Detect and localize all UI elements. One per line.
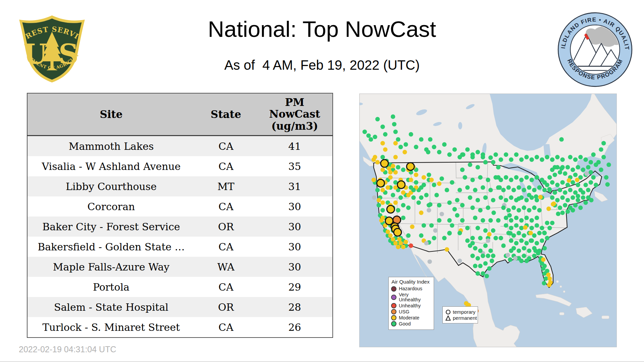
monitor-dot[interactable]: [599, 147, 603, 152]
monitor-dot[interactable]: [527, 193, 531, 197]
monitor-dot[interactable]: [601, 155, 606, 159]
monitor-dot[interactable]: [445, 247, 449, 252]
monitor-dot[interactable]: [486, 178, 490, 182]
monitor-dot[interactable]: [437, 218, 441, 223]
monitor-dot[interactable]: [404, 142, 408, 146]
monitor-dot[interactable]: [404, 240, 408, 244]
monitor-dot[interactable]: [447, 153, 451, 157]
monitor-dot[interactable]: [424, 193, 429, 197]
monitor-dot[interactable]: [519, 218, 524, 223]
monitor-dot[interactable]: [509, 195, 513, 200]
monitor-dot[interactable]: [391, 193, 395, 197]
monitor-dot[interactable]: [476, 150, 480, 154]
monitor-dot[interactable]: [576, 165, 580, 169]
monitor-dot[interactable]: [442, 236, 446, 240]
monitor-dot[interactable]: [563, 203, 567, 207]
monitor-dot[interactable]: [486, 254, 490, 258]
monitor-dot[interactable]: [583, 158, 588, 162]
monitor-dot[interactable]: [508, 257, 512, 262]
monitor-dot[interactable]: [401, 245, 406, 249]
monitor-dot[interactable]: [575, 178, 579, 182]
monitor-dot[interactable]: [509, 178, 513, 182]
monitor-dot[interactable]: [586, 188, 590, 192]
top-site-marker[interactable]: [397, 181, 405, 189]
monitor-dot[interactable]: [514, 153, 519, 157]
monitor-dot[interactable]: [391, 237, 395, 241]
monitor-dot[interactable]: [599, 168, 603, 172]
monitor-dot[interactable]: [591, 175, 595, 180]
monitor-dot[interactable]: [481, 218, 485, 223]
monitor-dot[interactable]: [540, 158, 544, 162]
monitor-dot[interactable]: [535, 241, 539, 245]
monitor-dot[interactable]: [517, 231, 521, 235]
monitor-dot[interactable]: [401, 190, 406, 195]
monitor-dot[interactable]: [563, 190, 567, 195]
monitor-dot[interactable]: [507, 213, 512, 218]
monitor-dot[interactable]: [447, 231, 451, 235]
monitor-dot[interactable]: [465, 238, 470, 243]
monitor-dot[interactable]: [470, 153, 475, 157]
monitor-dot[interactable]: [409, 132, 413, 136]
monitor-dot[interactable]: [386, 230, 390, 234]
monitor-dot[interactable]: [506, 185, 511, 190]
monitor-dot[interactable]: [542, 281, 546, 285]
monitor-dot[interactable]: [371, 178, 376, 182]
monitor-dot[interactable]: [522, 246, 526, 250]
monitor-dot[interactable]: [499, 158, 503, 162]
monitor-dot[interactable]: [513, 256, 518, 260]
monitor-dot[interactable]: [589, 198, 593, 202]
monitor-dot[interactable]: [509, 238, 513, 243]
monitor-dot[interactable]: [476, 256, 480, 260]
monitor-dot[interactable]: [532, 205, 536, 210]
monitor-dot[interactable]: [493, 236, 498, 240]
monitor-dot[interactable]: [391, 164, 395, 168]
monitor-dot[interactable]: [509, 158, 513, 162]
monitor-dot[interactable]: [514, 241, 519, 245]
monitor-dot[interactable]: [383, 132, 387, 136]
monitor-dot[interactable]: [427, 173, 431, 177]
monitor-dot[interactable]: [375, 117, 380, 121]
monitor-dot[interactable]: [551, 202, 555, 206]
monitor-dot[interactable]: [524, 259, 529, 263]
monitor-dot[interactable]: [517, 196, 521, 201]
monitor-dot[interactable]: [483, 243, 488, 248]
monitor-dot[interactable]: [578, 205, 583, 210]
monitor-dot[interactable]: [584, 171, 589, 176]
monitor-dot[interactable]: [550, 180, 554, 185]
monitor-dot[interactable]: [465, 226, 470, 230]
monitor-dot[interactable]: [501, 243, 505, 248]
monitor-dot[interactable]: [571, 180, 575, 185]
monitor-dot[interactable]: [419, 137, 423, 141]
monitor-dot[interactable]: [486, 238, 490, 243]
monitor-dot[interactable]: [476, 226, 480, 230]
monitor-dot[interactable]: [485, 274, 489, 278]
monitor-dot[interactable]: [527, 248, 531, 253]
monitor-dot[interactable]: [519, 178, 524, 182]
monitor-dot[interactable]: [509, 226, 513, 230]
monitor-dot[interactable]: [499, 236, 503, 240]
monitor-dot[interactable]: [402, 150, 407, 154]
monitor-dot[interactable]: [522, 233, 526, 238]
monitor-dot[interactable]: [530, 158, 534, 162]
monitor-dot[interactable]: [556, 212, 560, 216]
monitor-dot[interactable]: [429, 223, 434, 228]
monitor-dot[interactable]: [373, 135, 377, 139]
monitor-dot[interactable]: [506, 208, 511, 213]
monitor-dot[interactable]: [388, 170, 392, 174]
monitor-dot[interactable]: [414, 145, 418, 149]
monitor-dot[interactable]: [490, 259, 494, 263]
monitor-dot[interactable]: [486, 205, 490, 210]
monitor-dot[interactable]: [581, 190, 585, 195]
monitor-dot[interactable]: [411, 188, 416, 192]
monitor-dot[interactable]: [406, 205, 411, 210]
monitor-dot[interactable]: [522, 188, 526, 192]
monitor-dot[interactable]: [428, 202, 432, 206]
monitor-dot[interactable]: [414, 173, 418, 177]
monitor-dot[interactable]: [514, 216, 519, 220]
monitor-dot[interactable]: [380, 155, 385, 159]
monitor-dot[interactable]: [505, 253, 510, 257]
monitor-dot[interactable]: [488, 156, 493, 160]
monitor-dot[interactable]: [573, 158, 578, 162]
monitor-dot[interactable]: [576, 183, 580, 187]
monitor-dot[interactable]: [545, 236, 549, 240]
